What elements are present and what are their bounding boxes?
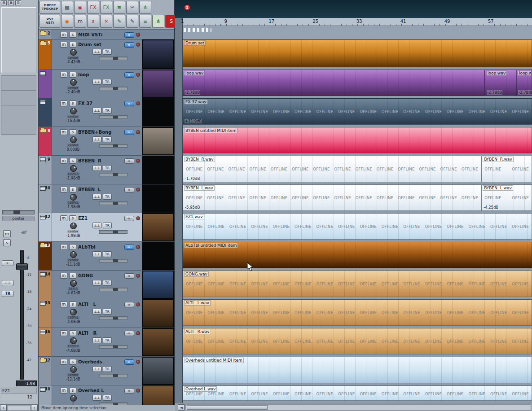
fader-button[interactable]: ⊥⊥ [92, 309, 101, 315]
fader-button[interactable]: ⊥⊥ [92, 280, 101, 286]
mute-button[interactable]: m [60, 244, 67, 250]
record-arm-button[interactable] [136, 302, 140, 306]
mini-slider-handle[interactable] [113, 374, 118, 377]
pan-knob[interactable] [68, 192, 78, 202]
mini-slider-handle[interactable] [113, 202, 118, 205]
pan-knob[interactable] [70, 136, 77, 143]
level-mini-slider[interactable] [99, 230, 128, 234]
mute-button[interactable]: m [60, 215, 67, 221]
timeline-ruler[interactable]: 19172533414957 [182, 18, 532, 26]
mute-button[interactable]: m [60, 101, 67, 106]
lock-button[interactable]: ▩ [61, 1, 73, 14]
fader-button[interactable]: ⊥⊥ [92, 395, 101, 401]
list-button[interactable]: ≣ [139, 15, 151, 28]
record-arm-button[interactable] [136, 130, 140, 134]
pan-knob[interactable] [68, 164, 78, 173]
mini-slider-handle[interactable] [113, 116, 118, 118]
mini-slider-handle[interactable] [113, 144, 118, 147]
pan-knob[interactable] [70, 79, 77, 86]
tr-button[interactable]: TR [103, 280, 112, 286]
channel-scrollbar[interactable]: ‹ › [0, 404, 38, 411]
pan-knob[interactable] [70, 366, 77, 373]
record-arm-button[interactable] [136, 73, 140, 77]
pan-knob[interactable] [70, 223, 77, 229]
timeline-event[interactable]: FX 37.wavOFFLINEOFFLINEOFFLINEOFFLINEOFF… [183, 98, 532, 125]
monitor-button[interactable]: -o- [124, 216, 134, 221]
insert-slot[interactable] [1, 75, 36, 90]
mute-button[interactable]: m [60, 302, 67, 307]
fx-bypass-button[interactable]: FX [87, 1, 99, 14]
timeline-event[interactable]: Overhed L.wavOFFLINEOFFLINEOFFLINEOFFLIN… [183, 385, 532, 401]
record-arm-button[interactable] [136, 101, 140, 105]
timeline-event[interactable]: BYBEN L.wavOFFLINEOFFLINEOFFLINEOFFLINEO… [183, 184, 481, 211]
fader-button[interactable]: ⊥⊥ [92, 337, 101, 343]
solo-button[interactable]: s [69, 32, 76, 38]
insert-slot[interactable] [1, 120, 36, 135]
solo-button[interactable]: s [69, 302, 76, 307]
insert-slot[interactable] [1, 90, 36, 105]
timeline-event[interactable]: loop.wa-2.78dB [516, 70, 532, 96]
mute-button[interactable]: m [60, 32, 67, 38]
level-mini-slider[interactable] [99, 201, 128, 205]
monitor-button[interactable]: -o- [124, 32, 134, 38]
tr-button[interactable]: TR [103, 223, 112, 228]
level-mini-slider[interactable] [99, 115, 128, 119]
mute-all-button[interactable]: m [74, 15, 86, 28]
pan-knob[interactable] [70, 108, 77, 114]
record-arm-button[interactable] [136, 216, 140, 220]
timeline-event[interactable]: BYBEN L.wavOFFLINEOFFLINE-4.25dB [481, 184, 532, 211]
mini-slider-handle[interactable] [113, 345, 118, 348]
monitor-button[interactable]: -o- [124, 101, 134, 106]
delete-button[interactable]: × [100, 15, 112, 28]
solo-button[interactable]: s [69, 72, 76, 78]
mute-button[interactable]: m [60, 359, 67, 365]
window-button-1[interactable]: ▤ [1, 0, 7, 5]
tr-button[interactable]: TR [103, 251, 112, 257]
level-mini-slider[interactable] [99, 288, 128, 291]
fader-button[interactable]: ⊥⊥ [92, 223, 101, 228]
monitor-button[interactable]: -o- [2, 260, 13, 266]
timeline-event[interactable]: ALbTbl untitled MIDI item [183, 242, 532, 268]
monitor-button[interactable]: -o- [124, 302, 134, 307]
mini-slider-handle[interactable] [113, 57, 118, 60]
timeline-event[interactable]: ALTI L.wavOFFLINEOFFLINEOFFLINEOFFLINEOF… [183, 299, 532, 326]
tool-button-2[interactable]: ✎ [126, 15, 138, 28]
mute-button[interactable]: m [60, 42, 67, 48]
level-mini-slider[interactable] [99, 57, 128, 60]
solo-button[interactable]: s [69, 330, 76, 336]
window-button-3[interactable]: ▥ [15, 0, 21, 5]
scroll-left-icon[interactable]: ‹ [0, 405, 7, 411]
track-row[interactable]: 8 m s BYBEN+Bong -o- center 0.00dB ⊥⊥ [39, 127, 174, 156]
record-arm-button[interactable] [136, 33, 140, 37]
tr-button[interactable]: TR [103, 395, 112, 401]
level-mini-slider[interactable] [99, 87, 128, 90]
solo-button[interactable]: s [69, 273, 76, 279]
tr-button[interactable]: TR [103, 136, 112, 142]
mute-button[interactable]: m [60, 273, 67, 279]
timeline-event[interactable]: GONG.wavOFFLINEOFFLINEOFFLINEOFFLINEOFFL… [183, 271, 532, 297]
track-row[interactable]: 13 m s ALbTbl -o- center -11.1dB ⊥⊥ [39, 242, 174, 271]
solo-button[interactable]: s [69, 129, 76, 135]
solo-button[interactable]: s [3, 239, 11, 246]
scrollbar-thumb[interactable] [187, 405, 268, 410]
tr-button[interactable]: TR [103, 366, 112, 372]
mini-slider-handle[interactable] [113, 317, 118, 319]
record-arm-button[interactable] [136, 360, 140, 364]
track-row[interactable]: 5 m s Drum set -o- center -4.42dB ⊥⊥ [39, 39, 174, 70]
mute-button[interactable]: m [3, 230, 11, 237]
solo-button[interactable]: s [69, 388, 76, 394]
timeline-event[interactable]: ALTI R.wavOFFLINEOFFLINEOFFLINEOFFLINEOF… [183, 328, 532, 354]
volume-fader[interactable] [20, 250, 24, 380]
monitor-button[interactable]: -o- [124, 72, 134, 78]
solo-button[interactable]: s [69, 101, 76, 106]
monitor-button[interactable]: -o- [124, 359, 134, 365]
record-arm-button[interactable] [136, 43, 140, 47]
pan-knob[interactable] [70, 251, 77, 258]
timeline-event[interactable]: BYBEN R.wavOFFLINEOFFLINEOFFLINEOFFLINEO… [183, 156, 481, 182]
level-mini-slider[interactable] [99, 259, 128, 262]
network-button[interactable]: ⋔ [152, 15, 164, 28]
split-button[interactable]: ✂ [126, 1, 138, 14]
track-row[interactable]: 10 m s BYBEN L -o- 100%L -1.98dB ⊥⊥ [39, 184, 174, 213]
record-arm-button[interactable] [136, 188, 140, 192]
routing-button[interactable]: ⋔ [139, 1, 151, 14]
